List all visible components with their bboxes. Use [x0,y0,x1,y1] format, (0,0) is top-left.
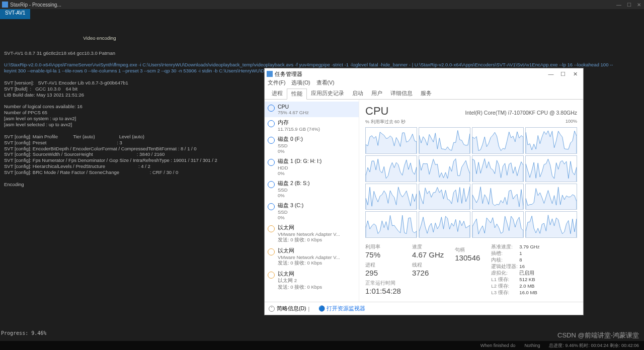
console-header: Video encoding [4,35,195,41]
cpu-core-chart [472,184,524,210]
status-ring-icon [268,203,275,210]
status-ring-icon [268,120,275,127]
cpu-core-chart [525,127,577,154]
cpu-core-chart [419,127,470,154]
cpu-core-chart [525,184,577,210]
taskmgr-main: CPU Intel(R) Core(TM) i7-10700KF CPU @ 3… [359,100,583,302]
taskmgr-titlebar: 任务管理器 — ☐ ✕ [265,68,583,79]
menu-item[interactable]: 文件(F) [268,79,285,89]
cpu-core-chart [525,155,577,182]
statusbar: When finished do Nothing 总进度: 9.46% 耗时: … [0,341,644,350]
cpu-core-chart [365,127,417,154]
cpu-heading: CPU [365,105,388,118]
cpu-core-chart [419,211,470,238]
tab-0[interactable]: 进程 [268,89,287,99]
status-ring-icon [268,137,275,144]
taskmgr-footer: ˄ 简略信息(D) | 🔵 打开资源监视器 [265,302,583,315]
collapse-icon[interactable]: ˄ [269,306,275,312]
sidebar-item[interactable]: 以太网VMware Network Adapter V...发送: 0 接收: … [265,222,359,245]
tab-4[interactable]: 用户 [367,89,386,99]
cpu-core-chart [419,155,470,182]
cpu-core-chart [525,211,577,238]
sidebar-item[interactable]: 磁盘 1 (D: G: H: I:)HDD0% [265,156,359,178]
cpu-core-chart [365,155,417,182]
tab-5[interactable]: 详细信息 [386,89,417,99]
progress-text: Progress: 9.46% [1,330,46,336]
status-ring-icon [268,181,275,188]
tab-row: SVT-AV1 [0,9,644,19]
close-button[interactable]: ✕ [634,2,644,8]
titlebar: StaxRip - Processing... — ☐ ✕ [0,0,644,9]
brief-info-button[interactable]: 简略信息(D) [277,305,306,312]
sidebar-item[interactable]: 磁盘 0 (F:)SSD0% [265,134,359,156]
taskmgr-icon [267,71,273,77]
sidebar-item[interactable]: 磁盘 2 (B: S:)SSD0% [265,178,359,200]
console-lines: SVT [version]: SVT-AV1 Encoder Lib v0.8.… [4,80,217,187]
cpu-charts-grid [365,127,577,238]
min-button[interactable]: — [614,2,624,8]
tab-6[interactable]: 服务 [417,89,436,99]
tab-3[interactable]: 启动 [348,89,367,99]
tab-svtav1[interactable]: SVT-AV1 [0,9,30,19]
taskmgr-tabs: 进程性能应用历史记录启动用户详细信息服务 [265,89,583,100]
sidebar-item[interactable]: 以太网VMware Network Adapter V...发送: 0 接收: … [265,245,359,269]
cpu-core-chart [472,155,524,182]
taskmgr-menubar: 文件(F)选项(O)查看(V) [265,79,583,89]
taskmgr-title: 任务管理器 [275,70,545,78]
status-ring-icon [268,225,275,232]
cpu-name: Intel(R) Core(TM) i7-10700KF CPU @ 3.80G… [465,110,577,116]
status-ring-icon [268,159,275,166]
sidebar-item[interactable]: 内存11.7/15.9 GB (74%) [265,117,359,134]
cpu-core-chart [472,127,524,154]
cpu-core-chart [365,184,417,210]
status-ring-icon [268,272,275,279]
cpu-core-chart [419,184,470,210]
cpu-core-chart [365,211,417,238]
sidebar-item[interactable]: 以太网以太网 2发送: 0 接收: 0 Kbps [265,269,359,293]
menu-item[interactable]: 选项(O) [291,79,310,89]
max-button[interactable]: ☐ [624,2,634,8]
cpu-core-chart [472,211,524,238]
taskmgr-close[interactable]: ✕ [569,71,581,77]
status-ring-icon [268,248,275,255]
taskmgr-max[interactable]: ☐ [557,71,569,77]
menu-item[interactable]: 查看(V) [316,79,335,89]
taskmgr-min[interactable]: — [545,71,557,77]
tab-1[interactable]: 性能 [287,89,307,100]
app-icon [2,2,8,8]
open-resmon-link[interactable]: 🔵 打开资源监视器 [318,305,365,312]
status-ring-icon [268,105,275,112]
taskmgr-sidebar: CPU75% 4.67 GHz内存11.7/15.9 GB (74%)磁盘 0 … [265,100,359,302]
window-title: StaxRip - Processing... [10,2,61,8]
watermark: CSDN @前端讲堂-鸿蒙课堂 [557,331,639,340]
sidebar-item[interactable]: 磁盘 3 (C:)SSD0% [265,200,359,222]
tab-2[interactable]: 应用历史记录 [307,89,348,99]
sidebar-item[interactable]: CPU75% 4.67 GHz [265,102,359,117]
task-manager-window: 任务管理器 — ☐ ✕ 文件(F)选项(O)查看(V) 进程性能应用历史记录启动… [264,68,584,315]
